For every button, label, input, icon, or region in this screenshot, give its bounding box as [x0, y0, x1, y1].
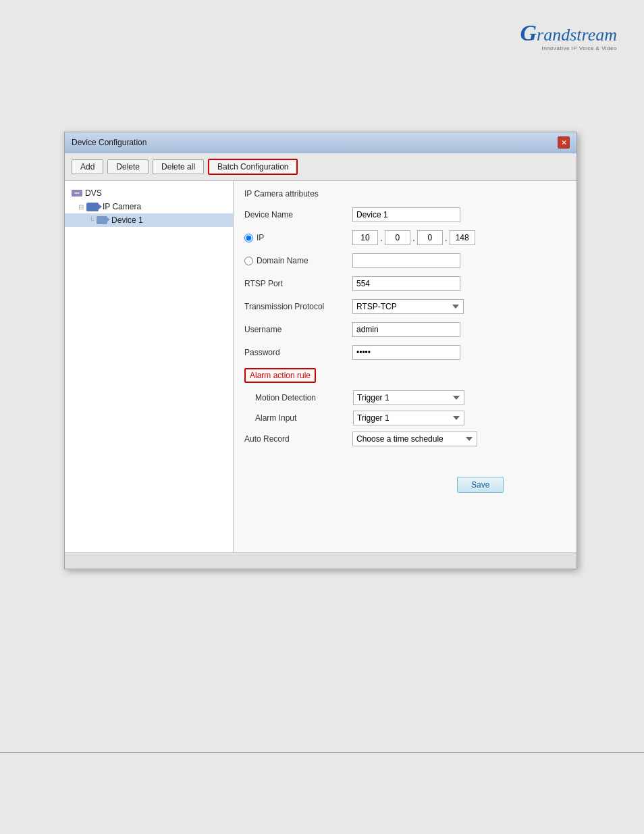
ip-octet-1[interactable]	[352, 230, 378, 245]
domain-radio[interactable]	[244, 257, 253, 265]
main-content: ▪▪▪ DVS ⊟ IP Camera └ Device 1 IP Camera…	[65, 181, 576, 552]
domain-name-input[interactable]	[352, 253, 460, 268]
ip-inputs: . . .	[352, 230, 566, 245]
domain-label: Domain Name	[257, 256, 308, 265]
leaf-icon: └	[89, 217, 94, 224]
username-label: Username	[244, 325, 352, 334]
device1-icon	[97, 216, 107, 224]
alarm-input-row: Alarm Input Trigger 1 Trigger 2 None	[244, 411, 566, 425]
domain-radio-group[interactable]: Domain Name	[244, 256, 352, 265]
ip-radio-label: IP	[244, 233, 352, 242]
device-name-row: Device Name	[244, 207, 566, 223]
transmission-protocol-row: Transmission Protocol RTSP-TCP RTSP-UDP …	[244, 298, 566, 315]
alarm-input-select[interactable]: Trigger 1 Trigger 2 None	[353, 411, 464, 425]
right-panel: IP Camera attributes Device Name IP	[234, 181, 576, 552]
tree-item-ip-camera[interactable]: ⊟ IP Camera	[65, 200, 233, 213]
close-button[interactable]: ✕	[558, 136, 570, 149]
ip-octet-4[interactable]	[450, 230, 475, 245]
password-input[interactable]	[352, 345, 460, 360]
motion-detection-value: Trigger 1 Trigger 2 None	[353, 390, 464, 405]
auto-record-label: Auto Record	[244, 434, 352, 444]
motion-detection-select[interactable]: Trigger 1 Trigger 2 None	[353, 390, 464, 405]
device-name-value	[352, 207, 566, 222]
auto-record-row: Auto Record Choose a time schedule Alway…	[244, 431, 566, 447]
ip-dot-1: .	[380, 232, 383, 243]
rtsp-port-value	[352, 276, 566, 291]
left-panel: ▪▪▪ DVS ⊟ IP Camera └ Device 1	[65, 181, 234, 552]
status-bar	[65, 552, 576, 569]
username-row: Username	[244, 321, 566, 338]
ip-dot-2: .	[412, 232, 415, 243]
domain-name-row: Domain Name	[244, 253, 566, 269]
alarm-action-rule-row: Alarm action rule	[244, 367, 566, 384]
dialog-window: Device Configuration ✕ Add Delete Delete…	[64, 132, 577, 569]
ip-row: IP . . .	[244, 230, 566, 246]
ip-octet-2[interactable]	[385, 230, 410, 245]
delete-all-button[interactable]: Delete all	[153, 159, 204, 174]
domain-name-value	[352, 253, 566, 268]
delete-button[interactable]: Delete	[107, 159, 149, 174]
device-name-input[interactable]	[352, 207, 460, 222]
dvs-icon: ▪▪▪	[72, 190, 82, 197]
expand-icon: ⊟	[78, 203, 84, 211]
section-title: IP Camera attributes	[244, 189, 566, 199]
rtsp-port-row: RTSP Port	[244, 276, 566, 292]
rtsp-port-label: RTSP Port	[244, 279, 352, 288]
logo-area: Grandstream Innovative IP Voice & Video	[520, 20, 618, 51]
auto-record-value: Choose a time schedule Always Never	[352, 432, 566, 446]
ip-label: IP	[257, 233, 264, 242]
save-button[interactable]: Save	[457, 477, 504, 493]
save-button-area: Save	[244, 463, 566, 493]
password-value	[352, 345, 566, 360]
logo-brand: randstream	[537, 25, 617, 45]
ip-camera-icon	[86, 203, 99, 211]
tree-item-dvs[interactable]: ▪▪▪ DVS	[65, 186, 233, 200]
transmission-protocol-value: RTSP-TCP RTSP-UDP HTTP	[352, 299, 566, 314]
rtsp-port-input[interactable]	[352, 276, 460, 291]
page-divider	[0, 752, 644, 753]
auto-record-select[interactable]: Choose a time schedule Always Never	[352, 432, 477, 446]
password-label: Password	[244, 348, 352, 357]
dialog-title: Device Configuration	[72, 138, 146, 147]
ip-radio-group[interactable]: IP	[244, 233, 352, 242]
username-input[interactable]	[352, 322, 460, 337]
alarm-input-label: Alarm Input	[255, 413, 353, 423]
ip-camera-label: IP Camera	[103, 202, 141, 211]
alarm-action-rule-label: Alarm action rule	[244, 368, 316, 383]
domain-name-label: Domain Name	[244, 256, 352, 265]
transmission-protocol-select[interactable]: RTSP-TCP RTSP-UDP HTTP	[352, 299, 464, 314]
dvs-label: DVS	[85, 188, 102, 198]
device1-label: Device 1	[111, 215, 143, 225]
motion-detection-row: Motion Detection Trigger 1 Trigger 2 Non…	[244, 390, 566, 405]
device-name-label: Device Name	[244, 210, 352, 219]
ip-octet-3[interactable]	[417, 230, 443, 245]
password-row: Password	[244, 344, 566, 361]
username-value	[352, 322, 566, 337]
title-bar: Device Configuration ✕	[65, 132, 576, 153]
batch-configuration-button[interactable]: Batch Configuration	[208, 159, 298, 175]
logo-g: G	[520, 20, 537, 45]
ip-radio[interactable]	[244, 234, 253, 242]
toolbar: Add Delete Delete all Batch Configuratio…	[65, 153, 576, 181]
transmission-protocol-label: Transmission Protocol	[244, 302, 352, 311]
motion-detection-label: Motion Detection	[255, 393, 353, 402]
tree-item-device1[interactable]: └ Device 1	[65, 213, 233, 227]
add-button[interactable]: Add	[72, 159, 103, 174]
logo-tagline: Innovative IP Voice & Video	[520, 45, 618, 51]
alarm-input-value: Trigger 1 Trigger 2 None	[353, 411, 464, 425]
ip-dot-3: .	[445, 232, 448, 243]
